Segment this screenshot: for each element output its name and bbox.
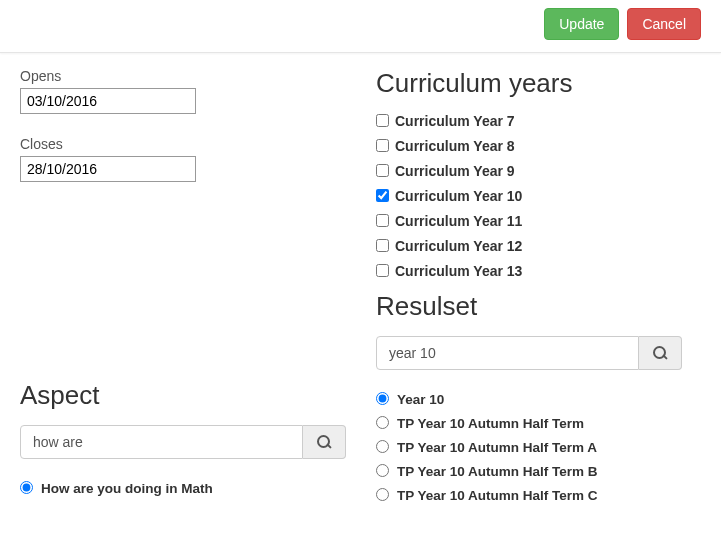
curriculum-year-checkbox[interactable] — [376, 214, 389, 227]
curriculum-year-row[interactable]: Curriculum Year 8 — [376, 138, 701, 154]
resultset-option-label: TP Year 10 Autumn Half Term C — [397, 488, 598, 503]
update-button[interactable]: Update — [544, 8, 619, 40]
curriculum-year-label: Curriculum Year 10 — [395, 188, 522, 204]
resultset-option-radio[interactable] — [376, 440, 389, 453]
curriculum-year-row[interactable]: Curriculum Year 12 — [376, 238, 701, 254]
resultset-option-label: TP Year 10 Autumn Half Term A — [397, 440, 597, 455]
resultset-option-radio[interactable] — [376, 488, 389, 501]
curriculum-year-checkbox[interactable] — [376, 139, 389, 152]
left-spacer — [20, 200, 346, 368]
search-icon — [653, 346, 667, 360]
curriculum-year-row[interactable]: Curriculum Year 10 — [376, 188, 701, 204]
resultset-option-label: Year 10 — [397, 392, 444, 407]
opens-input[interactable] — [20, 88, 196, 114]
top-toolbar: Update Cancel — [0, 0, 721, 53]
curriculum-year-checkbox[interactable] — [376, 164, 389, 177]
resultset-option[interactable]: Year 10 — [376, 392, 701, 407]
resultset-option-radio[interactable] — [376, 392, 389, 405]
resultset-option[interactable]: TP Year 10 Autumn Half Term B — [376, 464, 701, 479]
right-column: Curriculum years Curriculum Year 7 Curri… — [376, 68, 701, 512]
aspect-search-input[interactable] — [20, 425, 303, 459]
resultset-option-radio[interactable] — [376, 416, 389, 429]
resultset-title: Resulset — [376, 291, 701, 322]
aspect-title: Aspect — [20, 380, 346, 411]
resultset-option[interactable]: TP Year 10 Autumn Half Term — [376, 416, 701, 431]
curriculum-year-label: Curriculum Year 9 — [395, 163, 515, 179]
opens-label: Opens — [20, 68, 346, 84]
curriculum-year-checkbox[interactable] — [376, 114, 389, 127]
opens-field: Opens — [20, 68, 346, 114]
curriculum-year-checkbox[interactable] — [376, 239, 389, 252]
curriculum-year-row[interactable]: Curriculum Year 7 — [376, 113, 701, 129]
resultset-option[interactable]: TP Year 10 Autumn Half Term C — [376, 488, 701, 503]
closes-input[interactable] — [20, 156, 196, 182]
aspect-option[interactable]: How are you doing in Math — [20, 481, 346, 496]
resultset-option[interactable]: TP Year 10 Autumn Half Term A — [376, 440, 701, 455]
curriculum-year-checkbox[interactable] — [376, 189, 389, 202]
aspect-search-button[interactable] — [303, 425, 346, 459]
curriculum-year-label: Curriculum Year 12 — [395, 238, 522, 254]
resultset-search-group — [376, 336, 682, 370]
resultset-option-radio[interactable] — [376, 464, 389, 477]
curriculum-year-label: Curriculum Year 8 — [395, 138, 515, 154]
aspect-option-radio[interactable] — [20, 481, 33, 494]
curriculum-year-label: Curriculum Year 7 — [395, 113, 515, 129]
left-column: Opens Closes Aspect How are you doing in… — [20, 68, 346, 512]
search-icon — [317, 435, 331, 449]
cancel-button[interactable]: Cancel — [627, 8, 701, 40]
resultset-search-input[interactable] — [376, 336, 639, 370]
curriculum-year-row[interactable]: Curriculum Year 11 — [376, 213, 701, 229]
resultset-search-button[interactable] — [639, 336, 682, 370]
aspect-option-label: How are you doing in Math — [41, 481, 213, 496]
curriculum-year-row[interactable]: Curriculum Year 9 — [376, 163, 701, 179]
resultset-option-label: TP Year 10 Autumn Half Term — [397, 416, 584, 431]
closes-label: Closes — [20, 136, 346, 152]
aspect-search-group — [20, 425, 346, 459]
closes-field: Closes — [20, 136, 346, 182]
curriculum-year-label: Curriculum Year 13 — [395, 263, 522, 279]
curriculum-title: Curriculum years — [376, 68, 701, 99]
curriculum-year-checkbox[interactable] — [376, 264, 389, 277]
resultset-option-label: TP Year 10 Autumn Half Term B — [397, 464, 598, 479]
curriculum-year-label: Curriculum Year 11 — [395, 213, 522, 229]
curriculum-year-row[interactable]: Curriculum Year 13 — [376, 263, 701, 279]
